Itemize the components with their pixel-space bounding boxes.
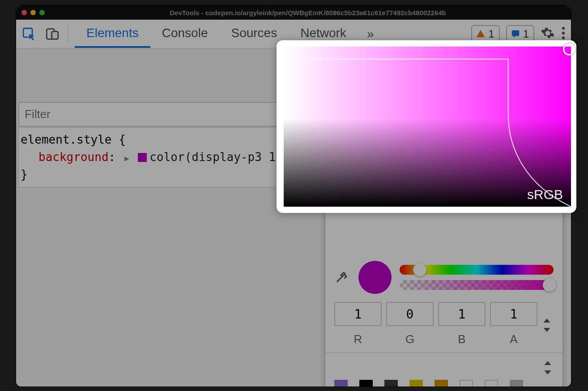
channel-a-input[interactable] <box>490 302 537 326</box>
titlebar: DevTools - codepen.io/argyleink/pen/QWBg… <box>16 5 571 20</box>
tab-elements[interactable]: Elements <box>75 20 150 48</box>
hue-slider[interactable] <box>400 265 554 275</box>
channel-g-label: G <box>386 332 434 346</box>
color-cursor[interactable] <box>563 43 575 55</box>
srgb-gamut-boundary <box>284 47 571 207</box>
warnings-count: 1 <box>488 28 494 40</box>
color-palette <box>325 353 562 387</box>
settings-icon[interactable] <box>541 26 555 42</box>
device-toolbar-icon[interactable] <box>45 26 60 42</box>
svg-point-5 <box>562 31 565 34</box>
css-value[interactable]: color(display-p3 1 0 <box>149 150 290 164</box>
channel-b-label: B <box>438 332 486 346</box>
more-options-icon[interactable] <box>561 26 566 42</box>
gamut-label: sRGB <box>527 187 563 202</box>
channel-b-input[interactable] <box>438 302 486 326</box>
channel-r-label: R <box>334 332 382 346</box>
palette-swatch[interactable] <box>334 380 348 387</box>
zoom-window-button[interactable] <box>39 10 45 15</box>
issues-count: 1 <box>523 28 529 40</box>
color-swatch[interactable] <box>138 153 147 162</box>
color-spectrum[interactable]: sRGB <box>284 47 571 207</box>
inspect-element-icon[interactable] <box>21 26 37 42</box>
alpha-slider[interactable] <box>400 280 554 290</box>
palette-swatch[interactable] <box>384 380 398 387</box>
alpha-thumb[interactable] <box>543 278 556 292</box>
current-color-swatch <box>358 261 392 294</box>
channel-r-input[interactable] <box>334 302 382 326</box>
channel-g-input[interactable] <box>386 302 434 326</box>
rule-selector: element.style <box>21 133 112 146</box>
css-property[interactable]: background <box>38 150 109 164</box>
more-tabs-icon[interactable]: » <box>358 27 385 41</box>
palette-swatch[interactable] <box>409 380 423 387</box>
close-window-button[interactable] <box>21 10 27 15</box>
hue-thumb[interactable] <box>413 263 426 276</box>
color-spectrum-overlay: sRGB <box>277 40 576 213</box>
palette-swatch[interactable] <box>359 380 373 387</box>
color-values: R G B A <box>325 298 562 353</box>
svg-rect-2 <box>52 31 58 39</box>
eyedropper-icon[interactable] <box>334 268 350 286</box>
expand-value-icon[interactable]: ▶ <box>124 153 129 163</box>
window-title: DevTools - codepen.io/argyleink/pen/QWBg… <box>50 9 566 17</box>
palette-switch-icon[interactable] <box>543 361 553 374</box>
tab-console[interactable]: Console <box>150 20 220 48</box>
palette-swatch[interactable] <box>435 380 448 387</box>
svg-point-4 <box>562 27 565 30</box>
svg-point-6 <box>562 36 565 39</box>
palette-swatch[interactable] <box>485 380 498 387</box>
channel-a-label: A <box>490 332 537 346</box>
palette-swatch[interactable] <box>510 380 523 387</box>
svg-rect-3 <box>511 30 519 36</box>
traffic-lights <box>21 10 45 15</box>
format-switch-icon[interactable] <box>542 317 554 332</box>
minimize-window-button[interactable] <box>30 10 36 15</box>
palette-swatch[interactable] <box>460 380 473 387</box>
